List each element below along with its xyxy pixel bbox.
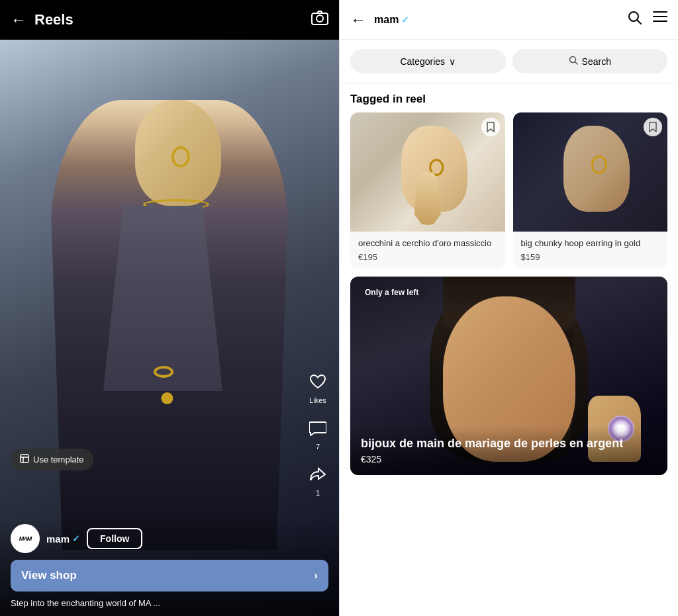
follow-button[interactable]: Follow	[87, 528, 142, 549]
product-earring-display-1	[429, 159, 444, 176]
template-icon	[20, 454, 29, 465]
caption: Step into the enchanting world of MA ...	[11, 598, 328, 608]
product-info-2: big chunky hoop earring in gold $159	[513, 232, 668, 269]
product-badge-3: Only a few left	[358, 285, 425, 300]
arrow-right-icon: ›	[314, 569, 318, 582]
search-label: Search	[582, 56, 611, 67]
comments-button[interactable]: 7	[305, 415, 331, 451]
categories-label: Categories	[400, 56, 445, 67]
products-scroll[interactable]: orecchini a cerchio d'oro massiccio €195	[340, 112, 678, 616]
likes-button[interactable]: Likes	[305, 369, 331, 404]
shop-verified-icon: ✓	[401, 15, 409, 25]
product-title-2: big chunky hoop earring in gold	[521, 238, 660, 249]
reel-actions: Likes 7 1	[305, 369, 331, 497]
verified-icon: ✓	[72, 533, 80, 544]
reels-title: Reels	[34, 11, 311, 28]
reel-bottom: MAM mam ✓ Follow View shop › Step into t…	[0, 516, 339, 616]
shop-back-button[interactable]: ←	[350, 11, 366, 29]
chevron-down-icon: ∨	[449, 56, 456, 67]
avatar[interactable]: MAM	[11, 524, 40, 553]
product-card-1[interactable]: orecchini a cerchio d'oro massiccio €195	[350, 112, 505, 269]
model-figure	[0, 40, 339, 550]
shop-header: ← mam ✓	[340, 0, 678, 40]
left-panel: ← Reels	[0, 0, 339, 616]
model-ring	[161, 392, 173, 404]
product-overlay-3: bijoux de main de mariage de perles en a…	[350, 426, 667, 475]
use-template-label: Use template	[33, 455, 84, 464]
comment-icon	[305, 415, 331, 441]
use-template-button[interactable]: Use template	[11, 449, 93, 470]
product-price-1: €195	[358, 252, 497, 262]
header-icons	[628, 11, 667, 28]
product-title-3: bijoux de main de mariage de perles en a…	[361, 437, 657, 451]
search-icon	[569, 56, 578, 67]
share-icon	[305, 461, 331, 488]
section-title: Tagged in reel	[340, 83, 678, 112]
account-name: mam ✓	[46, 533, 80, 545]
model-earring	[171, 146, 190, 167]
bookmark-button-2[interactable]	[644, 118, 662, 136]
product-card-2[interactable]: big chunky hoop earring in gold $159	[513, 112, 668, 269]
shares-count: 1	[316, 489, 320, 497]
model-shape	[44, 87, 295, 550]
account-row: MAM mam ✓ Follow	[11, 524, 328, 553]
svg-point-1	[316, 15, 323, 22]
svg-rect-2	[21, 455, 28, 462]
right-panel: ← mam ✓ Categories ∨	[339, 0, 678, 616]
categories-button[interactable]: Categories ∨	[350, 49, 506, 73]
product-image-3: Only a few left bijoux de main de mariag…	[350, 277, 667, 475]
bookmark-button-1[interactable]	[481, 118, 500, 136]
reels-header: ← Reels	[0, 0, 339, 40]
camera-icon[interactable]	[311, 11, 328, 29]
shop-search-icon[interactable]	[628, 11, 642, 28]
reel-container: Use template Likes 7	[0, 40, 339, 616]
back-button[interactable]: ←	[11, 11, 26, 29]
menu-icon[interactable]	[653, 11, 667, 28]
likes-label: Likes	[309, 396, 326, 404]
product-price-3: €325	[361, 454, 657, 464]
shop-name: mam ✓	[374, 14, 628, 26]
product-info-1: orecchini a cerchio d'oro massiccio €195	[350, 232, 505, 269]
products-grid: orecchini a cerchio d'oro massiccio €195	[340, 112, 678, 475]
model-vest	[97, 206, 229, 391]
comments-count: 7	[316, 443, 320, 451]
product-earring-display-2	[591, 155, 607, 174]
product-price-2: $159	[521, 252, 660, 262]
filter-row: Categories ∨ Search	[340, 40, 678, 83]
search-button[interactable]: Search	[512, 49, 668, 73]
share-button[interactable]: 1	[305, 461, 331, 497]
product-title-1: orecchini a cerchio d'oro massiccio	[358, 238, 497, 249]
model-bracelet	[154, 366, 173, 378]
heart-icon	[305, 369, 331, 395]
product-card-3[interactable]: Only a few left bijoux de main de mariag…	[350, 277, 667, 475]
view-shop-label: View shop	[21, 569, 77, 582]
view-shop-button[interactable]: View shop ›	[11, 560, 328, 592]
